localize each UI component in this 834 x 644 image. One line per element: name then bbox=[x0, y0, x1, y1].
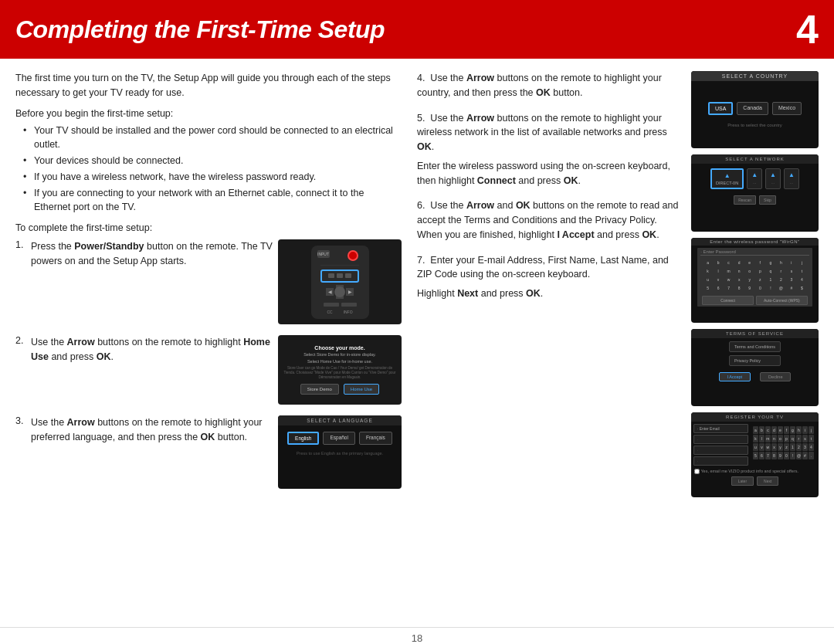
password-screen: Enter the wireless password "WirGN" · En… bbox=[691, 238, 819, 323]
lang-note: Press to use English as the primary lang… bbox=[297, 451, 383, 456]
lang-screen-title: SELECT A LANGUAGE bbox=[278, 415, 402, 425]
step-2: 2. Use the Arrow buttons on the remote t… bbox=[15, 335, 402, 405]
step-1: 1. Press the Power/Standby button on the… bbox=[15, 239, 402, 324]
email-field[interactable]: · Enter Email bbox=[693, 424, 748, 433]
register-next-btn[interactable]: Next bbox=[757, 476, 778, 486]
list-item: If you are connecting to your network wi… bbox=[23, 186, 402, 215]
power-button bbox=[348, 250, 358, 261]
francais-button[interactable]: Français bbox=[359, 432, 392, 445]
register-later-btn[interactable]: Later bbox=[731, 476, 754, 486]
remote-mockup: INPUT ▲ ▼ ◀ bbox=[311, 246, 369, 319]
step-6: 6. Use the Arrow and OK buttons on the r… bbox=[417, 198, 679, 242]
network-item-2[interactable]: ▲ ... bbox=[765, 168, 781, 189]
power-standby-label: Power/Standby bbox=[74, 241, 144, 252]
network-item-0[interactable]: ▲ DIRECT-0N bbox=[710, 168, 744, 189]
home-use-button[interactable]: Home Use bbox=[344, 384, 379, 395]
country-title-bar: SELECT A COUNTRY bbox=[691, 71, 819, 81]
network-item-3[interactable]: ▲ ... bbox=[784, 168, 799, 189]
terms-title-bar: TERMS OF SERVICE bbox=[691, 329, 819, 338]
register-screen: REGISTER YOUR TV · Enter Email · · · abc… bbox=[691, 412, 819, 497]
list-item: Your devices should be connected. bbox=[23, 154, 402, 168]
lastname-field[interactable]: · bbox=[693, 446, 748, 455]
network-skip-btn[interactable]: Skip bbox=[759, 195, 776, 205]
step-5: 5. Use the Arrow buttons on the remote t… bbox=[417, 111, 679, 188]
step-3: 3. Use the Arrow buttons on the remote t… bbox=[15, 415, 402, 489]
mode-line1: Select Store Demo for in-store display. bbox=[303, 352, 376, 358]
email-optin-checkbox[interactable] bbox=[694, 469, 700, 474]
prerequisites-list: Your TV should be installed and the powe… bbox=[15, 124, 402, 215]
ok-label-4: OK bbox=[536, 87, 551, 98]
zip-field[interactable]: · bbox=[693, 456, 748, 466]
usa-option[interactable]: USA bbox=[708, 102, 733, 115]
page-footer: 18 bbox=[0, 627, 834, 644]
canada-option[interactable]: Canada bbox=[737, 102, 768, 115]
ok-label-6b: OK bbox=[642, 229, 656, 240]
espanol-button[interactable]: Español bbox=[323, 432, 355, 445]
ok-label-2: OK bbox=[97, 351, 111, 362]
right-column: 4. Use the Arrow buttons on the remote t… bbox=[417, 71, 819, 619]
connect-button[interactable]: Connect bbox=[702, 296, 754, 305]
ok-label-6: OK bbox=[516, 200, 531, 211]
wifi-icon-4: ▲ bbox=[788, 171, 795, 178]
language-screen-image: SELECT A LANGUAGE English Español França… bbox=[278, 415, 402, 489]
step-7: 7. Enter your E-mail Address, First Name… bbox=[417, 253, 679, 301]
auto-connect-btn[interactable]: Auto-Connect (WPS) bbox=[756, 296, 808, 305]
connect-label: Connect bbox=[477, 175, 516, 186]
complete-title: To complete the first-time setup: bbox=[15, 222, 402, 233]
wifi-icon-2: ▲ bbox=[751, 171, 758, 178]
i-accept-button[interactable]: I Accept bbox=[719, 372, 751, 381]
left-column: The first time you turn on the TV, the S… bbox=[15, 71, 402, 619]
right-steps-column: 4. Use the Arrow buttons on the remote t… bbox=[417, 71, 679, 619]
footer-page-number: 18 bbox=[412, 632, 422, 644]
register-title-bar: REGISTER YOUR TV bbox=[691, 412, 819, 422]
arrow-label-6: Arrow bbox=[466, 200, 494, 211]
network-item-1[interactable]: ▲ ... bbox=[747, 168, 762, 189]
chapter-number: 4 bbox=[796, 9, 819, 49]
intro-paragraph: The first time you turn on the TV, the S… bbox=[15, 71, 402, 100]
list-item: Your TV should be installed and the powe… bbox=[23, 124, 402, 153]
step-4: 4. Use the Arrow buttons on the remote t… bbox=[417, 71, 679, 100]
arrow-label-3: Arrow bbox=[67, 417, 95, 428]
wifi-icon: ▲ bbox=[724, 172, 731, 179]
privacy-policy-item[interactable]: Privacy Policy bbox=[729, 355, 781, 366]
highlight-box bbox=[320, 269, 359, 283]
network-title-bar: SELECT A NETWORK bbox=[691, 154, 819, 164]
ok-label-5b: OK bbox=[564, 175, 578, 186]
email-optin-label: Yes, email me VIZIO product info and spe… bbox=[700, 469, 798, 473]
next-label: Next bbox=[457, 288, 478, 299]
mexico-option[interactable]: Mexico bbox=[772, 102, 802, 115]
arrow-label-5: Arrow bbox=[466, 113, 494, 124]
ok-label-3: OK bbox=[201, 432, 215, 442]
before-title: Before you begin the first-time setup: bbox=[15, 108, 402, 119]
password-subtitle: · Enter Password bbox=[700, 249, 809, 256]
arrow-label-2: Arrow bbox=[67, 337, 95, 347]
firstname-field[interactable]: · bbox=[693, 435, 748, 444]
terms-conditions-item[interactable]: Terms and Conditions bbox=[729, 341, 781, 352]
page-title: Completing the First-Time Setup bbox=[15, 15, 385, 44]
english-button[interactable]: English bbox=[287, 432, 319, 445]
store-demo-button[interactable]: Store Demo bbox=[300, 384, 339, 395]
on-screen-keyboard: abcdefghij klmnopqrst uvwxyz1234 567890!… bbox=[700, 256, 809, 294]
mode-title: Choose your mode. bbox=[314, 345, 364, 351]
list-item: If you have a wireless network, have the… bbox=[23, 170, 402, 185]
password-title-bar: Enter the wireless password "WirGN" bbox=[691, 238, 819, 246]
dpad: ▲ ▼ ◀ ▶ bbox=[326, 285, 354, 299]
main-content: The first time you turn on the TV, the S… bbox=[0, 59, 834, 627]
remote-image: INPUT ▲ ▼ ◀ bbox=[278, 239, 402, 324]
iaccept-label: I Accept bbox=[557, 229, 594, 240]
decline-button[interactable]: Decline bbox=[760, 372, 791, 381]
ok-label-5: OK bbox=[417, 141, 432, 152]
wifi-icon-3: ▲ bbox=[770, 171, 776, 178]
mode-extra: Store User can go Mode de Cao / Your Dem… bbox=[281, 366, 398, 380]
page-header: Completing the First-Time Setup 4 bbox=[0, 0, 834, 59]
right-screen-images: SELECT A COUNTRY USA Canada Mexico Press… bbox=[691, 71, 819, 619]
network-screen: SELECT A NETWORK ▲ DIRECT-0N ▲ ... ▲ ... bbox=[691, 154, 819, 232]
network-rescan-btn[interactable]: Rescan bbox=[734, 195, 756, 205]
ok-label-7: OK bbox=[526, 288, 541, 299]
input-button: INPUT bbox=[317, 250, 330, 258]
arrow-label-4: Arrow bbox=[466, 73, 494, 83]
register-keyboard: abcdefghij klmnopqrst uvwxyz1234 567890!… bbox=[751, 424, 816, 462]
country-note: Press to select the country bbox=[727, 123, 782, 127]
country-screen: SELECT A COUNTRY USA Canada Mexico Press… bbox=[691, 71, 819, 148]
terms-screen: TERMS OF SERVICE Terms and Conditions Pr… bbox=[691, 329, 819, 406]
